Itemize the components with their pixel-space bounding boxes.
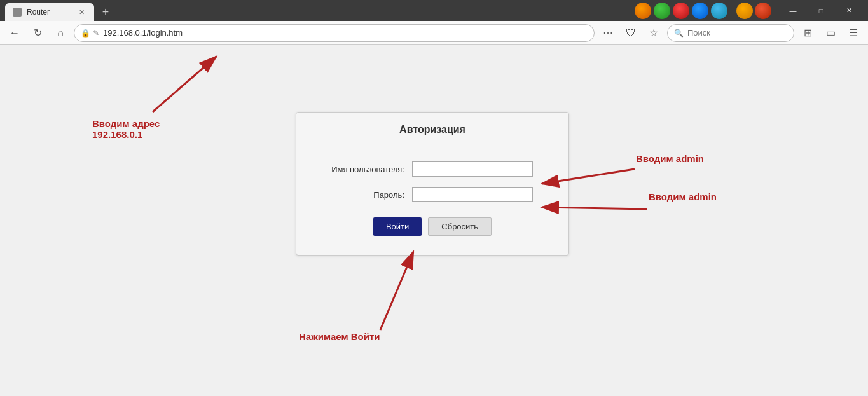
username-row: Имя пользователя: bbox=[296, 161, 568, 177]
reload-button[interactable]: ↻ bbox=[28, 24, 47, 43]
form-buttons: Войти Сбросить bbox=[296, 217, 568, 236]
login-title: Авторизация bbox=[296, 113, 568, 142]
hamburger-icon: ☰ bbox=[849, 27, 858, 39]
back-button[interactable]: ← bbox=[5, 24, 24, 43]
maximize-button[interactable]: □ bbox=[807, 0, 835, 21]
search-input[interactable] bbox=[687, 28, 794, 38]
username-hint-annotation: Вводим admin bbox=[636, 153, 704, 164]
password-label: Пароль: bbox=[322, 190, 404, 200]
sidebar-icon: ▭ bbox=[826, 27, 836, 39]
submit-hint-annotation: Нажимаем Войти bbox=[299, 331, 380, 342]
sidebar-button[interactable]: ▭ bbox=[821, 24, 840, 43]
address-input[interactable] bbox=[103, 28, 588, 38]
login-card: Авторизация Имя пользователя: Пароль: Во… bbox=[296, 112, 569, 256]
browser-icon-4 bbox=[692, 3, 708, 19]
reload-icon: ↻ bbox=[34, 27, 42, 39]
library-icon: ⊞ bbox=[804, 27, 812, 39]
browser-icon-5 bbox=[711, 3, 727, 19]
home-button[interactable]: ⌂ bbox=[51, 24, 70, 43]
menu-button[interactable]: ☰ bbox=[844, 24, 863, 43]
submit-button[interactable]: Войти bbox=[373, 217, 422, 236]
svg-line-1 bbox=[153, 57, 216, 112]
close-button[interactable]: ✕ bbox=[835, 0, 863, 21]
shield-button[interactable]: 🛡 bbox=[621, 24, 640, 43]
tab-favicon bbox=[13, 8, 22, 17]
browser-icon-1 bbox=[635, 3, 651, 19]
tab-close-button[interactable]: ✕ bbox=[76, 7, 86, 17]
browser-icon-7 bbox=[755, 3, 771, 19]
reset-button[interactable]: Сбросить bbox=[428, 217, 492, 236]
search-container: 🔍 bbox=[667, 24, 794, 42]
password-row: Пароль: bbox=[296, 187, 568, 202]
home-icon: ⌂ bbox=[57, 27, 64, 39]
shield-icon: 🛡 bbox=[626, 27, 636, 39]
address-bar-container: 🔒 ✎ bbox=[74, 24, 595, 42]
back-icon: ← bbox=[10, 27, 20, 39]
library-button[interactable]: ⊞ bbox=[798, 24, 817, 43]
page-content: Авторизация Имя пользователя: Пароль: Во… bbox=[0, 45, 868, 396]
more-options-icon: ⋯ bbox=[603, 27, 613, 39]
browser-icon-2 bbox=[654, 3, 670, 19]
browser-icon-3 bbox=[673, 3, 689, 19]
more-options-button[interactable]: ⋯ bbox=[598, 24, 617, 43]
address-annotation: Вводим адрес 192.168.0.1 bbox=[92, 118, 160, 140]
tab-title: Router bbox=[27, 8, 71, 17]
edit-icon: ✎ bbox=[93, 29, 99, 38]
minimize-button[interactable]: — bbox=[779, 0, 807, 21]
browser-tab[interactable]: Router ✕ bbox=[5, 3, 94, 21]
new-tab-button[interactable]: + bbox=[97, 3, 114, 21]
svg-line-4 bbox=[380, 252, 413, 330]
search-icon: 🔍 bbox=[674, 29, 684, 38]
browser-icon-6 bbox=[736, 3, 753, 19]
password-input[interactable] bbox=[412, 187, 533, 202]
username-input[interactable] bbox=[412, 161, 533, 177]
bookmark-icon: ☆ bbox=[649, 27, 658, 39]
bookmark-button[interactable]: ☆ bbox=[644, 24, 663, 43]
secure-icon: 🔒 bbox=[81, 29, 90, 38]
username-label: Имя пользователя: bbox=[322, 165, 404, 174]
password-hint-annotation: Вводим admin bbox=[649, 191, 717, 202]
